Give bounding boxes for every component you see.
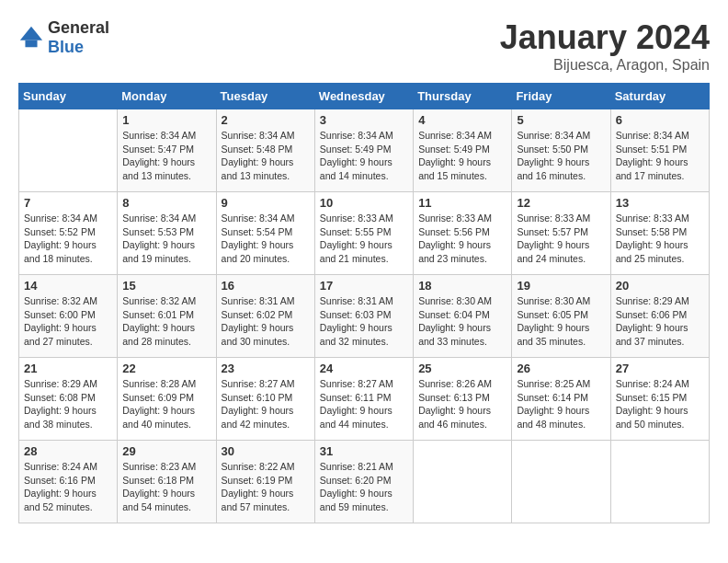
day-cell: 15Sunrise: 8:32 AMSunset: 6:01 PMDayligh…	[118, 275, 216, 358]
logo-general: General	[48, 18, 109, 37]
title-section: January 2024 Bijuesca, Aragon, Spain	[500, 18, 710, 74]
day-number: 8	[122, 196, 210, 210]
week-row-1: 1Sunrise: 8:34 AMSunset: 5:47 PMDaylight…	[19, 109, 710, 192]
day-number: 15	[122, 279, 210, 293]
day-info: Sunrise: 8:25 AMSunset: 6:14 PMDaylight:…	[517, 377, 605, 431]
day-info: Sunrise: 8:33 AMSunset: 5:57 PMDaylight:…	[517, 212, 605, 266]
day-cell: 26Sunrise: 8:25 AMSunset: 6:14 PMDayligh…	[512, 358, 610, 441]
day-number: 11	[418, 196, 506, 210]
day-number: 16	[222, 279, 310, 293]
logo-blue: Blue	[48, 38, 84, 56]
day-cell: 11Sunrise: 8:33 AMSunset: 5:56 PMDayligh…	[414, 192, 512, 275]
day-info: Sunrise: 8:34 AMSunset: 5:51 PMDaylight:…	[616, 129, 704, 183]
day-info: Sunrise: 8:34 AMSunset: 5:47 PMDaylight:…	[122, 129, 210, 183]
day-cell: 2Sunrise: 8:34 AMSunset: 5:48 PMDaylight…	[216, 109, 314, 192]
day-cell: 16Sunrise: 8:31 AMSunset: 6:02 PMDayligh…	[216, 275, 314, 358]
day-info: Sunrise: 8:32 AMSunset: 6:01 PMDaylight:…	[122, 294, 210, 349]
calendar-table: SundayMondayTuesdayWednesdayThursdayFrid…	[18, 83, 710, 523]
day-number: 3	[320, 113, 408, 127]
day-cell	[414, 441, 512, 523]
day-info: Sunrise: 8:28 AMSunset: 6:09 PMDaylight:…	[122, 377, 210, 431]
day-info: Sunrise: 8:31 AMSunset: 6:02 PMDaylight:…	[222, 294, 310, 349]
day-cell: 22Sunrise: 8:28 AMSunset: 6:09 PMDayligh…	[118, 358, 216, 441]
day-cell: 3Sunrise: 8:34 AMSunset: 5:49 PMDaylight…	[314, 109, 413, 192]
day-info: Sunrise: 8:33 AMSunset: 5:56 PMDaylight:…	[418, 212, 506, 266]
day-number: 12	[517, 196, 605, 210]
day-number: 21	[24, 362, 112, 375]
day-number: 18	[418, 279, 506, 293]
day-number: 13	[616, 196, 704, 210]
day-cell: 31Sunrise: 8:21 AMSunset: 6:20 PMDayligh…	[314, 441, 413, 523]
day-cell: 25Sunrise: 8:26 AMSunset: 6:13 PMDayligh…	[414, 358, 512, 441]
day-cell: 8Sunrise: 8:34 AMSunset: 5:53 PMDaylight…	[118, 192, 216, 275]
day-number: 9	[222, 196, 310, 210]
day-info: Sunrise: 8:32 AMSunset: 6:00 PMDaylight:…	[24, 294, 112, 349]
day-cell: 1Sunrise: 8:34 AMSunset: 5:47 PMDaylight…	[118, 109, 216, 192]
day-info: Sunrise: 8:34 AMSunset: 5:54 PMDaylight:…	[222, 212, 310, 266]
day-info: Sunrise: 8:21 AMSunset: 6:20 PMDaylight:…	[320, 460, 408, 514]
day-number: 5	[517, 113, 605, 127]
week-row-5: 28Sunrise: 8:24 AMSunset: 6:16 PMDayligh…	[19, 441, 710, 523]
day-number: 1	[122, 113, 210, 127]
day-number: 29	[122, 444, 210, 458]
column-header-monday: Monday	[118, 84, 216, 109]
day-cell: 12Sunrise: 8:33 AMSunset: 5:57 PMDayligh…	[512, 192, 610, 275]
day-cell: 18Sunrise: 8:30 AMSunset: 6:04 PMDayligh…	[414, 275, 512, 358]
day-info: Sunrise: 8:24 AMSunset: 6:16 PMDaylight:…	[24, 460, 112, 514]
day-cell: 13Sunrise: 8:33 AMSunset: 5:58 PMDayligh…	[610, 192, 709, 275]
day-cell: 4Sunrise: 8:34 AMSunset: 5:49 PMDaylight…	[414, 109, 512, 192]
day-info: Sunrise: 8:34 AMSunset: 5:53 PMDaylight:…	[122, 212, 210, 266]
day-cell: 29Sunrise: 8:23 AMSunset: 6:18 PMDayligh…	[118, 441, 216, 523]
day-cell: 19Sunrise: 8:30 AMSunset: 6:05 PMDayligh…	[512, 275, 610, 358]
day-info: Sunrise: 8:34 AMSunset: 5:49 PMDaylight:…	[320, 129, 408, 183]
column-header-saturday: Saturday	[610, 84, 709, 109]
day-cell: 10Sunrise: 8:33 AMSunset: 5:55 PMDayligh…	[314, 192, 413, 275]
day-info: Sunrise: 8:31 AMSunset: 6:03 PMDaylight:…	[320, 294, 408, 349]
calendar-body: 1Sunrise: 8:34 AMSunset: 5:47 PMDaylight…	[19, 109, 710, 523]
day-number: 2	[222, 113, 310, 127]
day-info: Sunrise: 8:34 AMSunset: 5:48 PMDaylight:…	[222, 129, 310, 183]
header: General Blue January 2024 Bijuesca, Arag…	[18, 18, 710, 74]
day-number: 26	[517, 362, 605, 375]
day-cell: 9Sunrise: 8:34 AMSunset: 5:54 PMDaylight…	[216, 192, 314, 275]
logo-icon	[18, 25, 44, 51]
day-number: 4	[418, 113, 506, 127]
day-cell: 24Sunrise: 8:27 AMSunset: 6:11 PMDayligh…	[314, 358, 413, 441]
day-cell	[610, 441, 709, 523]
logo: General Blue	[18, 18, 109, 57]
day-info: Sunrise: 8:23 AMSunset: 6:18 PMDaylight:…	[122, 460, 210, 514]
day-cell: 14Sunrise: 8:32 AMSunset: 6:00 PMDayligh…	[19, 275, 118, 358]
column-header-friday: Friday	[512, 84, 610, 109]
day-info: Sunrise: 8:29 AMSunset: 6:08 PMDaylight:…	[24, 377, 112, 431]
day-cell	[512, 441, 610, 523]
day-cell: 6Sunrise: 8:34 AMSunset: 5:51 PMDaylight…	[610, 109, 709, 192]
day-info: Sunrise: 8:34 AMSunset: 5:52 PMDaylight:…	[24, 212, 112, 266]
day-number: 22	[122, 362, 210, 375]
day-number: 31	[320, 444, 408, 458]
column-header-wednesday: Wednesday	[314, 84, 413, 109]
day-info: Sunrise: 8:26 AMSunset: 6:13 PMDaylight:…	[418, 377, 506, 431]
svg-marker-0	[20, 27, 42, 40]
day-info: Sunrise: 8:34 AMSunset: 5:50 PMDaylight:…	[517, 129, 605, 183]
day-number: 17	[320, 279, 408, 293]
calendar-subtitle: Bijuesca, Aragon, Spain	[500, 57, 710, 74]
day-cell: 21Sunrise: 8:29 AMSunset: 6:08 PMDayligh…	[19, 358, 118, 441]
calendar-title: January 2024	[500, 18, 710, 57]
day-cell: 23Sunrise: 8:27 AMSunset: 6:10 PMDayligh…	[216, 358, 314, 441]
day-cell: 27Sunrise: 8:24 AMSunset: 6:15 PMDayligh…	[610, 358, 709, 441]
day-number: 23	[222, 362, 310, 375]
day-cell: 28Sunrise: 8:24 AMSunset: 6:16 PMDayligh…	[19, 441, 118, 523]
day-cell: 20Sunrise: 8:29 AMSunset: 6:06 PMDayligh…	[610, 275, 709, 358]
column-header-tuesday: Tuesday	[216, 84, 314, 109]
day-info: Sunrise: 8:27 AMSunset: 6:11 PMDaylight:…	[320, 377, 408, 431]
day-cell	[19, 109, 118, 192]
day-info: Sunrise: 8:24 AMSunset: 6:15 PMDaylight:…	[616, 377, 704, 431]
day-number: 27	[616, 362, 704, 375]
day-number: 25	[418, 362, 506, 375]
day-cell: 5Sunrise: 8:34 AMSunset: 5:50 PMDaylight…	[512, 109, 610, 192]
column-header-sunday: Sunday	[19, 84, 118, 109]
day-number: 30	[222, 444, 310, 458]
week-row-3: 14Sunrise: 8:32 AMSunset: 6:00 PMDayligh…	[19, 275, 710, 358]
day-info: Sunrise: 8:30 AMSunset: 6:04 PMDaylight:…	[418, 294, 506, 349]
day-number: 6	[616, 113, 704, 127]
